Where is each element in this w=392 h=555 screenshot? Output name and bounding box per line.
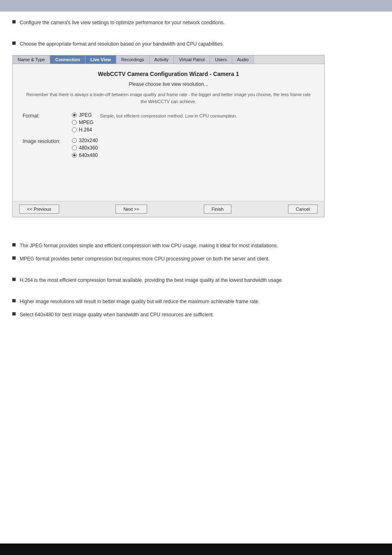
tab-activity[interactable]: Activity xyxy=(150,55,174,64)
wizard-note: Remember that there is always a trade-of… xyxy=(23,91,314,105)
bottom-bullet-text-1: The JPEG format provides simple and effi… xyxy=(20,242,278,249)
resolution-480-label: 480x360 xyxy=(79,145,98,151)
format-h264[interactable]: H.264 xyxy=(72,127,93,133)
format-jpeg[interactable]: JPEG xyxy=(72,112,93,118)
bottom-bullet-text-5: Select 640x480 for best image quality wh… xyxy=(20,311,214,318)
bottom-bullet-3: H.264 is the most efficient compression … xyxy=(12,276,380,284)
bottom-bar xyxy=(0,543,392,555)
bottom-section: The JPEG format provides simple and effi… xyxy=(12,226,380,318)
resolution-320-radio[interactable] xyxy=(72,138,77,143)
bottom-bullet-4: Higher image resolutions will result in … xyxy=(12,298,380,305)
format-mpeg[interactable]: MPEG xyxy=(72,120,93,125)
bottom-bullet-text-3: H.264 is the most efficient compression … xyxy=(20,276,283,284)
format-jpeg-radio[interactable] xyxy=(72,113,77,117)
bottom-bullet-text-4: Higher image resolutions will result in … xyxy=(20,298,260,305)
tab-connection[interactable]: Connection xyxy=(50,55,85,64)
bottom-bullet-text-2: MPEG format provides better compression … xyxy=(20,255,270,263)
resolution-radio-group: 320x240 480x360 640x480 xyxy=(72,138,98,158)
bottom-bullet-5: Select 640x480 for best image quality wh… xyxy=(12,311,380,318)
bottom-bullet-icon-5 xyxy=(12,312,16,315)
tab-recordings[interactable]: Recordings xyxy=(116,55,150,64)
resolution-640-radio[interactable] xyxy=(72,153,77,158)
format-row: Format: JPEG MPEG H.264 xyxy=(23,112,314,133)
wizard-footer: << Previous Next >> Finish Cancel xyxy=(13,201,324,217)
resolution-320-label: 320x240 xyxy=(79,138,98,143)
format-mpeg-label: MPEG xyxy=(79,120,93,125)
resolution-row: Image resolution: 320x240 480x360 640x48… xyxy=(23,138,314,158)
bullet-item-1: Configure the camera's live view setting… xyxy=(12,19,380,26)
bottom-bullet-icon-2 xyxy=(12,256,16,260)
bullet-text-1: Configure the camera's live view setting… xyxy=(20,19,225,26)
format-label: Format: xyxy=(23,112,72,119)
format-radio-group: JPEG MPEG H.264 xyxy=(72,112,93,133)
resolution-480-radio[interactable] xyxy=(72,145,77,150)
tab-name-type[interactable]: Name & Type xyxy=(13,55,50,64)
resolution-640-label: 640x480 xyxy=(79,152,98,158)
resolution-640[interactable]: 640x480 xyxy=(72,152,98,158)
resolution-320[interactable]: 320x240 xyxy=(72,138,98,143)
tab-users[interactable]: Users xyxy=(210,55,232,64)
format-options: JPEG MPEG H.264 Simple, but efficient co… xyxy=(72,112,237,133)
tab-audio[interactable]: Audio xyxy=(232,55,254,64)
tab-bar: Name & Type Connection Live View Recordi… xyxy=(13,55,324,64)
bullet-icon-1 xyxy=(12,20,16,23)
format-desc: Simple, but efficient compression method… xyxy=(100,113,237,119)
tab-live-view[interactable]: Live View xyxy=(85,55,116,64)
cancel-button[interactable]: Cancel xyxy=(288,205,318,214)
resolution-label: Image resolution: xyxy=(23,138,72,144)
wizard-title: WebCCTV Camera Configuration Wizard - Ca… xyxy=(23,71,314,77)
format-jpeg-label: JPEG xyxy=(79,112,92,118)
next-button[interactable]: Next >> xyxy=(115,205,147,214)
bottom-bullet-icon-3 xyxy=(12,278,16,281)
bullet-icon-2 xyxy=(12,41,16,45)
wizard-box: Name & Type Connection Live View Recordi… xyxy=(12,55,325,217)
bottom-bullet-2: MPEG format provides better compression … xyxy=(12,255,380,263)
bottom-bullet-icon-4 xyxy=(12,299,16,302)
wizard-content: WebCCTV Camera Configuration Wizard - Ca… xyxy=(13,64,324,201)
wizard-subtitle: Please choose live view resolution... xyxy=(23,81,314,87)
page-content: Configure the camera's live view setting… xyxy=(0,12,392,332)
format-mpeg-radio[interactable] xyxy=(72,120,77,125)
tab-virtual-patrol[interactable]: Virtual Patrol xyxy=(174,55,210,64)
top-bar xyxy=(0,0,392,12)
finish-button[interactable]: Finish xyxy=(204,205,231,214)
format-h264-label: H.264 xyxy=(79,127,92,133)
resolution-480[interactable]: 480x360 xyxy=(72,145,98,151)
bottom-bullet-1: The JPEG format provides simple and effi… xyxy=(12,242,380,249)
bottom-bullet-icon-1 xyxy=(12,243,16,246)
format-h264-radio[interactable] xyxy=(72,127,77,132)
bullet-item-2: Choose the appropriate format and resolu… xyxy=(12,40,380,48)
previous-button[interactable]: << Previous xyxy=(19,205,59,214)
bullet-text-2: Choose the appropriate format and resolu… xyxy=(20,40,224,48)
